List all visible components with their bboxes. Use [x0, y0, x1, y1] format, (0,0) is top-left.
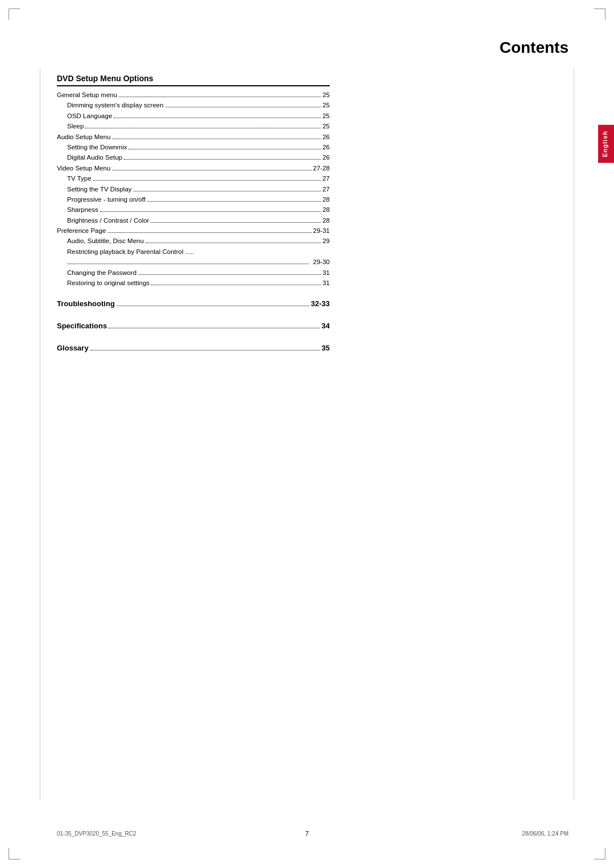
toc-parental-continuation: 29-30	[57, 257, 330, 267]
toc-glossary: Glossary 35	[57, 343, 330, 354]
toc-video-setup: Video Setup Menu 27-28	[57, 163, 330, 173]
corner-mark-tr	[594, 9, 605, 20]
right-divider	[574, 68, 574, 800]
footer: 01-35_DVP3020_55_Eng_RC2 28/06/06, 1:24 …	[57, 831, 569, 837]
corner-mark-tl	[9, 9, 20, 20]
toc-audio-setup: Audio Setup Menu 26	[57, 132, 330, 142]
toc-specifications: Specifications 34	[57, 320, 330, 332]
footer-right: 28/06/06, 1:24 PM	[522, 831, 569, 837]
toc-sleep: Sleep 25	[57, 121, 330, 131]
toc-tv-type: TV Type 27	[57, 173, 330, 183]
toc-troubleshooting: Troubleshooting 32-33	[57, 298, 330, 310]
left-divider	[40, 68, 40, 800]
toc-brightness: Brightness / Contrast / Color 28	[57, 215, 330, 226]
toc-preference: Preference Page 29-31	[57, 226, 330, 236]
toc-dimming: Dimming system's display screen 25	[57, 100, 330, 110]
english-tab: English	[598, 125, 614, 163]
toc-progressive: Progressive - turning on/off 28	[57, 194, 330, 205]
corner-mark-bl	[9, 848, 20, 859]
dvd-setup-heading: DVD Setup Menu Options	[57, 74, 330, 86]
footer-page-number: 7	[305, 830, 309, 837]
page-title: Contents	[500, 39, 569, 57]
toc-sharpness: Sharpness 28	[57, 205, 330, 215]
content-area: DVD Setup Menu Options General Setup men…	[57, 74, 330, 354]
toc-digital-audio: Digital Audio Setup 26	[57, 152, 330, 162]
corner-mark-br	[594, 848, 605, 859]
footer-left: 01-35_DVP3020_55_Eng_RC2	[57, 831, 136, 837]
toc-osd-language: OSD Language 25	[57, 111, 330, 121]
toc-downmix: Setting the Downmix 26	[57, 142, 330, 152]
toc-general-setup: General Setup menu 25	[57, 90, 330, 100]
toc-audio-subtitle: Audio, Subtitle, Disc Menu 29	[57, 236, 330, 246]
toc-setting-tv-display: Setting the TV Display 27	[57, 184, 330, 194]
toc-parental-control: Restricting playback by Parental Control…	[57, 247, 330, 257]
toc-password: Changing the Password 31	[57, 268, 330, 278]
toc-restore: Restoring to original settings 31	[57, 278, 330, 288]
